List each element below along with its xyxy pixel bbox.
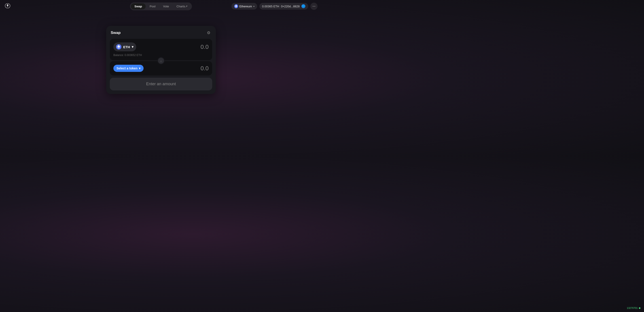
swap-header: Swap ⚙ (110, 29, 212, 36)
from-token-balance: Balance: 0.003652 ETH (113, 54, 209, 57)
from-token-chevron-icon: ▾ (132, 45, 134, 49)
from-token-symbol: ETH (123, 45, 130, 49)
from-token-amount: 0.0 (200, 43, 209, 50)
ethereum-network-icon (234, 4, 238, 8)
swap-direction-button[interactable]: ↓ (158, 57, 164, 64)
swap-title: Swap (111, 30, 120, 35)
eth-balance: 0.00365 ETH (262, 5, 279, 8)
from-token-row: ETH ▾ 0.0 (113, 42, 209, 51)
navbar: Swap Pool Vote Charts↗ Ethereum ▾ 0.0036… (0, 0, 322, 12)
nav-right: Ethereum ▾ 0.00365 ETH 0×220d...8828 🌐 ·… (232, 3, 318, 10)
tab-charts[interactable]: Charts↗ (173, 3, 191, 9)
select-token-button[interactable]: Select a token ▾ (113, 65, 144, 72)
network-label: Ethereum (240, 5, 252, 8)
wallet-info: 0.00365 ETH 0×220d...8828 🌐 (260, 3, 308, 9)
swap-card: Swap ⚙ ETH ▾ 0.0 Balance: 0.003652 (106, 26, 216, 94)
tab-pool[interactable]: Pool (146, 3, 159, 9)
wallet-address: 0×220d...8828 (281, 5, 300, 8)
main-content: Swap ⚙ ETH ▾ 0.0 Balance: 0.003652 (0, 12, 322, 94)
select-token-label: Select a token (116, 66, 138, 70)
select-token-chevron-icon: ▾ (139, 66, 140, 70)
tab-vote[interactable]: Vote (160, 3, 172, 9)
from-token-selector[interactable]: ETH ▾ (113, 42, 136, 51)
network-chevron-icon: ▾ (253, 5, 254, 7)
to-token-row: Select a token ▾ 0.0 (113, 65, 209, 72)
nav-tabs: Swap Pool Vote Charts↗ (130, 2, 192, 10)
eth-token-icon (116, 44, 122, 49)
settings-button[interactable]: ⚙ (206, 29, 211, 36)
more-button[interactable]: ··· (310, 3, 318, 10)
app-logo (4, 3, 11, 10)
network-button[interactable]: Ethereum ▾ (232, 3, 257, 9)
globe-icon: 🌐 (302, 4, 306, 8)
to-token-amount: 0.0 (200, 65, 209, 72)
tab-swap[interactable]: Swap (131, 3, 146, 9)
enter-amount-button[interactable]: Enter an amount (110, 78, 212, 90)
